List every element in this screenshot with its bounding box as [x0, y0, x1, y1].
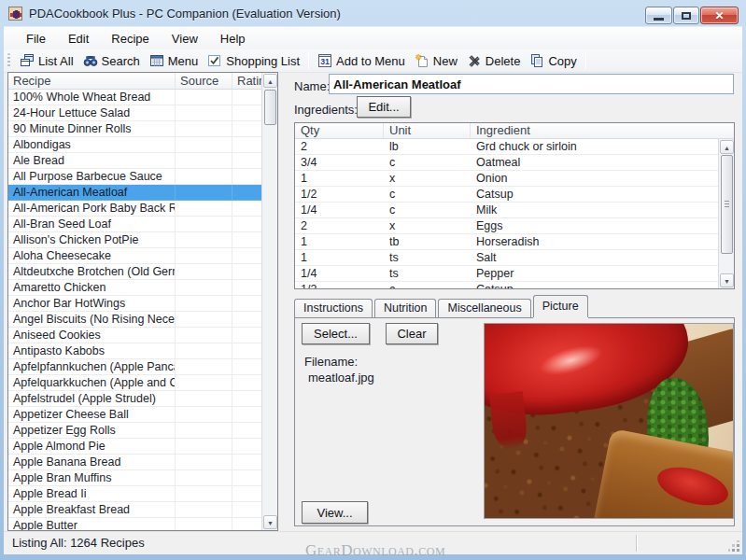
- ingredients-scrollbar[interactable]: ▲ ▼: [718, 139, 734, 288]
- recipe-rows: 100% Whole Wheat Bread 24-Hour Lettuce S…: [8, 90, 277, 530]
- recipe-row[interactable]: Amaretto Chicken: [8, 280, 277, 296]
- toolbar-grip[interactable]: [7, 53, 10, 68]
- clear-picture-button[interactable]: Clear: [386, 323, 438, 344]
- recipe-row[interactable]: Apple Breakfast Bread: [8, 502, 277, 518]
- column-header-ingredient[interactable]: Ingredient: [471, 123, 734, 138]
- tab[interactable]: Miscellaneous: [438, 299, 530, 317]
- watermark: GearDownload.com: [305, 541, 445, 560]
- view-picture-button[interactable]: View...: [302, 501, 368, 524]
- ingredient-row[interactable]: 2 lb Grd chuck or sirloin: [295, 139, 718, 155]
- new-button[interactable]: New: [410, 51, 462, 70]
- ingredient-row[interactable]: 1/4 c Milk: [295, 203, 718, 218]
- scroll-down-icon[interactable]: ▼: [263, 515, 277, 529]
- scroll-thumb[interactable]: [264, 90, 276, 125]
- copy-button[interactable]: Copy: [525, 51, 581, 70]
- scroll-up-icon[interactable]: ▲: [263, 74, 277, 88]
- recipe-row[interactable]: All Purpose Barbecue Sauce: [8, 169, 277, 185]
- ingredients-label: Ingredients:: [294, 103, 358, 117]
- recipe-source-cell: [176, 90, 232, 105]
- qty-cell: 1/2: [295, 187, 384, 203]
- recipe-row[interactable]: Appetizer Egg Rolls: [8, 423, 277, 439]
- qty-cell: 2: [295, 218, 384, 234]
- ingredient-row[interactable]: 1 ts Salt: [295, 250, 718, 266]
- recipe-row[interactable]: Ale Bread: [8, 153, 277, 169]
- edit-ingredients-button[interactable]: Edit...: [357, 96, 411, 118]
- resize-grip-icon[interactable]: [728, 540, 740, 553]
- recipe-source-cell: [176, 105, 232, 121]
- recipe-name-cell: Anchor Bar HotWings: [8, 296, 176, 312]
- app-icon: [8, 7, 22, 21]
- titlebar: PDACookbook Plus - PC Companion (Evaluat…: [0, 0, 746, 26]
- search-button[interactable]: Search: [78, 51, 145, 70]
- recipe-row[interactable]: 90 Minute Dinner Rolls: [8, 121, 277, 137]
- delete-button[interactable]: Delete: [462, 51, 526, 70]
- ingredient-row[interactable]: 1/4 ts Pepper: [295, 266, 718, 282]
- recipe-list-scrollbar[interactable]: ▲ ▼: [261, 73, 277, 530]
- column-header-source[interactable]: Source: [176, 73, 232, 89]
- ingredient-row[interactable]: 1 x Onion: [295, 171, 718, 187]
- column-header-qty[interactable]: Qty: [295, 123, 384, 138]
- close-button[interactable]: ✕: [700, 7, 739, 24]
- recipe-row[interactable]: Altdeutxche Brotchen (Old German R: [8, 264, 277, 280]
- recipe-row[interactable]: Apfelpfannkuchen (Apple Pancakes): [8, 359, 277, 375]
- recipe-row[interactable]: 24-Hour Lettuce Salad: [8, 105, 277, 121]
- ingredient-cell: Onion: [471, 171, 718, 187]
- tab[interactable]: Picture: [533, 295, 588, 317]
- menu-item[interactable]: File: [15, 28, 57, 49]
- recipe-source-cell: [176, 185, 232, 201]
- recipe-row[interactable]: All-American Pork Baby Back Ribs: [8, 201, 277, 217]
- column-header-recipe[interactable]: Recipe: [8, 73, 176, 89]
- tab[interactable]: Instructions: [294, 299, 373, 317]
- recipe-row[interactable]: Aloha Cheesecake: [8, 248, 277, 264]
- menu-item[interactable]: Edit: [57, 28, 100, 49]
- minimize-button[interactable]: [645, 7, 672, 24]
- recipe-row[interactable]: Antipasto Kabobs: [8, 343, 277, 359]
- column-header-unit[interactable]: Unit: [384, 123, 471, 138]
- recipe-source-cell: [176, 423, 232, 439]
- ingredient-row[interactable]: 1 tb Horseradish: [295, 234, 718, 250]
- recipe-row[interactable]: Apple Banana Bread: [8, 455, 277, 470]
- menu-item[interactable]: Help: [209, 28, 257, 49]
- unit-cell: c: [384, 155, 471, 171]
- recipe-row[interactable]: Apfelstrudel (Apple Strudel): [8, 391, 277, 407]
- scroll-thumb[interactable]: [721, 155, 733, 254]
- menu-button[interactable]: Menu: [145, 51, 204, 70]
- recipe-row[interactable]: Angel Biscuits (No Rising Necessar: [8, 312, 277, 328]
- recipe-row[interactable]: Anchor Bar HotWings: [8, 296, 277, 312]
- recipe-row[interactable]: All-Bran Seed Loaf: [8, 217, 277, 232]
- ingredient-cell: Salt: [471, 250, 718, 266]
- recipe-row[interactable]: All-American Meatloaf: [8, 185, 277, 201]
- recipe-row[interactable]: Appetizer Cheese Ball: [8, 407, 277, 423]
- new-page-icon: [415, 53, 429, 68]
- recipe-row[interactable]: Apple Bran Muffins: [8, 470, 277, 486]
- list-all-button[interactable]: List All: [15, 51, 78, 70]
- recipe-row[interactable]: Aniseed Cookies: [8, 328, 277, 343]
- recipe-row[interactable]: Apple Bread Ii: [8, 486, 277, 502]
- menu-item[interactable]: View: [161, 28, 209, 49]
- scroll-down-icon[interactable]: ▼: [720, 273, 734, 287]
- recipe-row[interactable]: 100% Whole Wheat Bread: [8, 90, 277, 105]
- recipe-source-cell: [176, 407, 232, 423]
- unit-cell: c: [384, 282, 471, 288]
- scroll-up-icon[interactable]: ▲: [720, 140, 734, 154]
- recipe-row[interactable]: Apple Almond Pie: [8, 439, 277, 455]
- menu-item[interactable]: Recipe: [100, 28, 160, 49]
- shopping-list-button[interactable]: Shopping List: [203, 51, 304, 70]
- recipe-row[interactable]: Allison's Chicken PotPie: [8, 232, 277, 248]
- recipe-source-cell: [176, 169, 232, 185]
- maximize-button[interactable]: [673, 7, 699, 24]
- recipe-row[interactable]: Apfelquarkkuchen (Apple and Crea: [8, 375, 277, 391]
- binoculars-icon: [83, 53, 98, 68]
- recipe-row[interactable]: Apple Butter: [8, 518, 277, 530]
- recipe-name-input[interactable]: [329, 74, 734, 94]
- add-to-menu-button[interactable]: 31 Add to Menu: [313, 51, 410, 70]
- tab[interactable]: Nutrition: [374, 299, 437, 317]
- ingredient-row[interactable]: 3/4 c Oatmeal: [295, 155, 718, 171]
- recipe-source-cell: [176, 439, 232, 455]
- ingredient-row[interactable]: 1/2 c Catsup: [295, 282, 718, 288]
- close-icon: ✕: [714, 10, 724, 21]
- ingredient-row[interactable]: 1/2 c Catsup: [295, 187, 718, 203]
- ingredient-row[interactable]: 2 x Eggs: [295, 218, 718, 234]
- recipe-row[interactable]: Albondigas: [8, 137, 277, 153]
- select-picture-button[interactable]: Select...: [302, 323, 370, 344]
